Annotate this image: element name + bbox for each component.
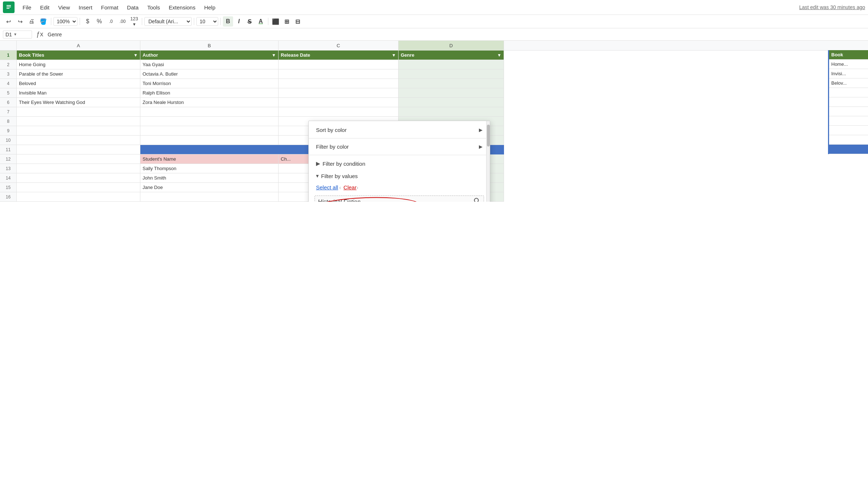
cell-d4[interactable] — [399, 79, 504, 88]
filter-by-values-label: Filter by values — [321, 173, 358, 179]
menu-insert[interactable]: Insert — [75, 3, 96, 12]
separator-pipe-right: › — [356, 185, 358, 190]
merge-button[interactable]: ⊟ — [292, 16, 303, 27]
cell-a14[interactable] — [17, 173, 140, 183]
column-headers: A B C D — [0, 41, 868, 51]
menu-data[interactable]: Data — [123, 3, 142, 12]
dropdown-scrollbar[interactable] — [486, 121, 490, 202]
font-select[interactable]: Default (Ari... — [144, 17, 192, 26]
col-header-a[interactable]: A — [17, 41, 140, 50]
menu-tools[interactable]: Tools — [144, 3, 164, 12]
menu-edit[interactable]: Edit — [36, 3, 53, 12]
cell-d1[interactable]: Genre ▼ — [399, 51, 504, 60]
sort-by-color-item[interactable]: Sort by color ▶ — [309, 124, 490, 136]
cell-b6[interactable]: Zora Neale Hurston — [140, 98, 279, 107]
font-size-select[interactable]: 10 — [196, 17, 218, 26]
cell-a12[interactable] — [17, 154, 140, 164]
cell-a6[interactable]: Their Eyes Were Watching God — [17, 98, 140, 107]
currency-button[interactable]: $ — [82, 16, 93, 27]
redo-button[interactable]: ↪ — [15, 16, 25, 27]
menu-help[interactable]: Help — [200, 3, 219, 12]
decimal-more-button[interactable]: .00 — [117, 16, 128, 27]
cell-b8[interactable] — [140, 117, 279, 126]
filter-by-condition-item[interactable]: ▶ Filter by condition — [309, 157, 490, 170]
cell-d7[interactable] — [399, 107, 504, 117]
cell-b2[interactable]: Yaa Gyasi — [140, 60, 279, 69]
cell-b4[interactable]: Toni Morrison — [140, 79, 279, 88]
percent-button[interactable]: % — [94, 16, 105, 27]
filter-by-color-item[interactable]: Filter by color ▶ — [309, 141, 490, 153]
menu-file[interactable]: File — [19, 3, 35, 12]
paint-format-button[interactable]: 🪣 — [38, 16, 49, 27]
cell-d3[interactable] — [399, 69, 504, 79]
cell-a10[interactable] — [17, 136, 140, 145]
cell-b7[interactable] — [140, 107, 279, 117]
cell-b14[interactable]: John Smith — [140, 173, 279, 183]
cell-b13[interactable]: Sally Thompson — [140, 164, 279, 173]
menu-extensions[interactable]: Extensions — [165, 3, 199, 12]
borders-button[interactable]: ⊞ — [281, 16, 292, 27]
cell-b9[interactable] — [140, 126, 279, 136]
toolbar-sep-2 — [80, 18, 80, 25]
cell-a15[interactable] — [17, 183, 140, 192]
cell-b16[interactable] — [140, 192, 279, 202]
undo-button[interactable]: ↩ — [3, 16, 14, 27]
italic-button[interactable]: I — [234, 16, 244, 27]
cell-a5[interactable]: Invisible Man — [17, 88, 140, 98]
cell-c2[interactable] — [279, 60, 399, 69]
formula-input[interactable] — [48, 32, 865, 37]
cell-b12[interactable]: Student's Name — [140, 154, 279, 164]
row-num-8: 8 — [0, 117, 17, 126]
filter-by-color-label: Filter by color — [316, 144, 349, 150]
cell-b5[interactable]: Ralph Ellison — [140, 88, 279, 98]
text-color-button[interactable]: A — [256, 16, 266, 27]
print-button[interactable]: 🖨 — [26, 16, 37, 27]
cell-b3[interactable]: Octavia A. Butler — [140, 69, 279, 79]
cell-a9[interactable] — [17, 126, 140, 136]
clear-link[interactable]: Clear — [344, 184, 357, 190]
decimal-less-button[interactable]: .0 — [105, 16, 116, 27]
cell-b15[interactable]: Jane Doe — [140, 183, 279, 192]
cell-reference[interactable]: D1 ▼ — [3, 31, 32, 39]
filter-icon-a1[interactable]: ▼ — [133, 53, 138, 58]
cell-c7[interactable] — [279, 107, 399, 117]
filter-by-values-item[interactable]: ▾ Filter by values — [309, 170, 490, 182]
cell-c1[interactable]: Release Date ▼ — [279, 51, 399, 60]
cell-a16[interactable] — [17, 192, 140, 202]
cell-d5[interactable] — [399, 88, 504, 98]
cell-a11[interactable] — [17, 145, 140, 154]
cell-a2[interactable]: Home Going — [17, 60, 140, 69]
cell-a7[interactable] — [17, 107, 140, 117]
bold-button[interactable]: B — [223, 16, 233, 27]
menu-format[interactable]: Format — [97, 3, 122, 12]
cell-a13[interactable] — [17, 164, 140, 173]
cell-c3[interactable] — [279, 69, 399, 79]
fill-color-button[interactable]: ⬛ — [271, 16, 281, 27]
cell-b1[interactable]: Author ▼ — [140, 51, 279, 60]
cell-b10[interactable] — [140, 136, 279, 145]
cell-a4[interactable]: Beloved — [17, 79, 140, 88]
col-header-c[interactable]: C — [279, 41, 399, 50]
cell-a3[interactable]: Parable of the Sower — [17, 69, 140, 79]
cell-c5[interactable] — [279, 88, 399, 98]
filter-icon-b1[interactable]: ▼ — [272, 53, 276, 58]
select-all-link[interactable]: Select all — [316, 184, 338, 190]
table-row: 7 — [0, 107, 868, 117]
zoom-select[interactable]: 100% — [53, 17, 77, 26]
menu-view[interactable]: View — [55, 3, 73, 12]
strikethrough-button[interactable]: S̶ — [245, 16, 255, 27]
cell-c6[interactable] — [279, 98, 399, 107]
cell-d6[interactable] — [399, 98, 504, 107]
search-box-container — [315, 196, 484, 202]
cell-a1[interactable]: Book Titles ▼ — [17, 51, 140, 60]
filter-icon-c1[interactable]: ▼ — [392, 53, 396, 58]
cell-c4[interactable] — [279, 79, 399, 88]
filter-search-input[interactable] — [318, 199, 473, 202]
search-button[interactable] — [473, 197, 481, 202]
col-header-b[interactable]: B — [140, 41, 279, 50]
format-number-button[interactable]: 123 ▾ — [129, 16, 140, 27]
col-header-d[interactable]: D — [399, 41, 504, 50]
cell-d2[interactable] — [399, 60, 504, 69]
filter-icon-d1[interactable]: ▼ — [497, 53, 501, 58]
cell-a8[interactable] — [17, 117, 140, 126]
